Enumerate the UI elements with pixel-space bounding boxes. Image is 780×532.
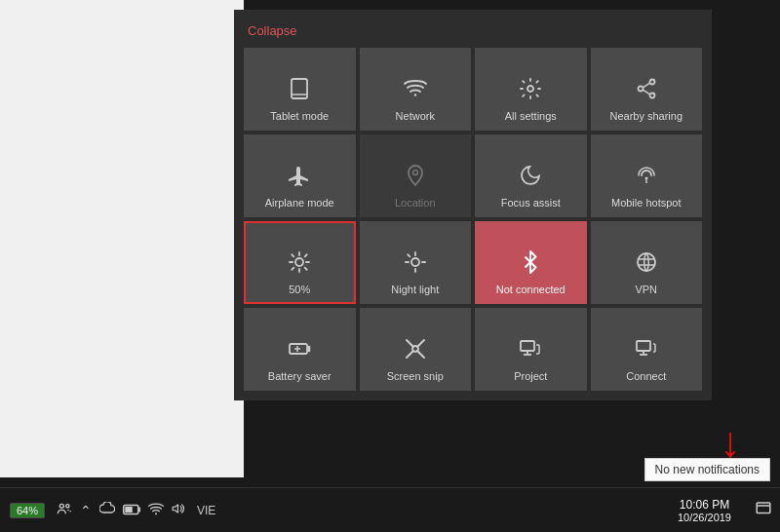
tile-focus-assist[interactable]: Focus assist bbox=[475, 134, 587, 217]
svg-point-4 bbox=[649, 79, 654, 84]
svg-rect-48 bbox=[757, 503, 770, 513]
vpn-icon bbox=[635, 250, 658, 278]
battery-taskbar-icon[interactable] bbox=[123, 503, 140, 518]
svg-point-46 bbox=[155, 513, 157, 514]
settings-icon bbox=[519, 77, 542, 104]
quick-actions-grid: Tablet mode Network All settings Nearby … bbox=[244, 48, 702, 391]
tile-mobile-hotspot[interactable]: Mobile hotspot bbox=[591, 134, 703, 217]
tile-tablet-mode-label: Tablet mode bbox=[270, 110, 329, 123]
tile-bluetooth[interactable]: Not connected bbox=[475, 221, 587, 304]
tile-project[interactable]: Project bbox=[475, 308, 587, 391]
cloud-icon[interactable] bbox=[99, 502, 115, 518]
svg-point-12 bbox=[295, 258, 303, 266]
tile-location-label: Location bbox=[395, 197, 436, 209]
notification-center-button[interactable] bbox=[755, 500, 772, 521]
wifi-icon bbox=[404, 77, 427, 104]
battery-percent-label: 64% bbox=[17, 505, 38, 516]
svg-rect-44 bbox=[125, 507, 133, 513]
wifi-taskbar-icon[interactable] bbox=[148, 502, 164, 518]
tile-nearby-sharing[interactable]: Nearby sharing bbox=[591, 48, 703, 131]
tile-screen-snip[interactable]: Screen snip bbox=[360, 308, 472, 391]
bluetooth-icon bbox=[519, 250, 542, 278]
battery-indicator: 64% bbox=[10, 503, 45, 518]
tile-all-settings[interactable]: All settings bbox=[475, 48, 587, 131]
tile-screen-snip-label: Screen snip bbox=[387, 370, 444, 383]
svg-point-6 bbox=[638, 86, 643, 91]
svg-line-7 bbox=[643, 83, 649, 88]
tile-nearby-sharing-label: Nearby sharing bbox=[609, 110, 682, 123]
tile-night-light[interactable]: Night light bbox=[360, 221, 472, 304]
svg-point-34 bbox=[412, 346, 418, 352]
tile-airplane-mode[interactable]: Airplane mode bbox=[244, 134, 356, 217]
tile-brightness-label: 50% bbox=[289, 284, 310, 296]
tile-focus-assist-label: Focus assist bbox=[501, 197, 561, 209]
tile-vpn[interactable]: VPN bbox=[591, 221, 703, 304]
share-icon bbox=[635, 77, 658, 104]
tile-brightness[interactable]: 50% bbox=[244, 221, 356, 304]
clock-date: 10/26/2019 bbox=[678, 512, 731, 523]
battery-saver-icon bbox=[288, 337, 311, 364]
tile-network-label: Network bbox=[396, 110, 435, 123]
svg-rect-0 bbox=[292, 79, 307, 98]
brightness-icon bbox=[288, 250, 311, 278]
tile-tablet-mode[interactable]: Tablet mode bbox=[244, 48, 356, 131]
svg-line-15 bbox=[292, 254, 293, 256]
project-icon bbox=[519, 337, 542, 364]
svg-rect-35 bbox=[521, 341, 534, 351]
tablet-icon bbox=[288, 77, 311, 104]
svg-point-27 bbox=[638, 253, 655, 271]
action-center-panel: Collapse Tablet mode Network All setting… bbox=[234, 10, 712, 400]
taskbar-clock[interactable]: 10:06 PM 10/26/2019 bbox=[678, 498, 731, 523]
location-icon bbox=[404, 164, 427, 191]
tile-network[interactable]: Network bbox=[360, 48, 472, 131]
airplane-icon bbox=[288, 164, 311, 191]
language-indicator[interactable]: VIE bbox=[197, 504, 215, 517]
tile-project-label: Project bbox=[514, 370, 547, 383]
svg-point-42 bbox=[66, 505, 69, 508]
taskbar: 64% ⌃ VIE 10:06 PM 10/26/2019 bbox=[0, 487, 780, 532]
tile-night-light-label: Night light bbox=[391, 284, 439, 296]
svg-point-10 bbox=[644, 176, 647, 179]
snip-icon bbox=[404, 337, 427, 364]
notification-tooltip: No new notifications bbox=[644, 458, 770, 481]
svg-point-9 bbox=[412, 170, 417, 174]
tile-vpn-label: VPN bbox=[635, 284, 657, 296]
connect-icon bbox=[635, 337, 658, 364]
people-icon[interactable] bbox=[57, 501, 72, 519]
moon-icon bbox=[519, 164, 542, 191]
tile-battery-saver-label: Battery saver bbox=[268, 370, 332, 383]
svg-rect-38 bbox=[637, 341, 650, 351]
svg-line-16 bbox=[305, 267, 307, 269]
desktop-background bbox=[0, 0, 244, 477]
night-light-icon bbox=[404, 250, 427, 278]
clock-time: 10:06 PM bbox=[678, 498, 731, 512]
tile-airplane-mode-label: Airplane mode bbox=[265, 197, 334, 209]
svg-point-41 bbox=[59, 504, 63, 508]
tile-connect[interactable]: Connect bbox=[591, 308, 703, 391]
taskbar-system-icons: ⌃ VIE bbox=[57, 501, 215, 519]
tile-connect-label: Connect bbox=[626, 370, 666, 383]
svg-line-8 bbox=[643, 90, 649, 95]
svg-marker-47 bbox=[173, 505, 177, 513]
tile-mobile-hotspot-label: Mobile hotspot bbox=[611, 197, 682, 209]
tile-all-settings-label: All settings bbox=[505, 110, 557, 123]
svg-line-19 bbox=[292, 267, 293, 269]
tile-bluetooth-label: Not connected bbox=[496, 284, 566, 296]
volume-icon[interactable] bbox=[172, 502, 185, 518]
svg-line-20 bbox=[305, 254, 307, 256]
hotspot-icon bbox=[635, 164, 658, 191]
collapse-button[interactable]: Collapse bbox=[244, 19, 297, 48]
chevron-up-icon[interactable]: ⌃ bbox=[80, 503, 92, 518]
svg-line-24 bbox=[408, 254, 410, 256]
svg-point-21 bbox=[411, 258, 419, 266]
tile-location[interactable]: Location bbox=[360, 134, 472, 217]
tile-battery-saver[interactable]: Battery saver bbox=[244, 308, 356, 391]
svg-point-5 bbox=[649, 93, 654, 97]
svg-point-2 bbox=[414, 94, 416, 95]
svg-point-3 bbox=[527, 86, 533, 92]
